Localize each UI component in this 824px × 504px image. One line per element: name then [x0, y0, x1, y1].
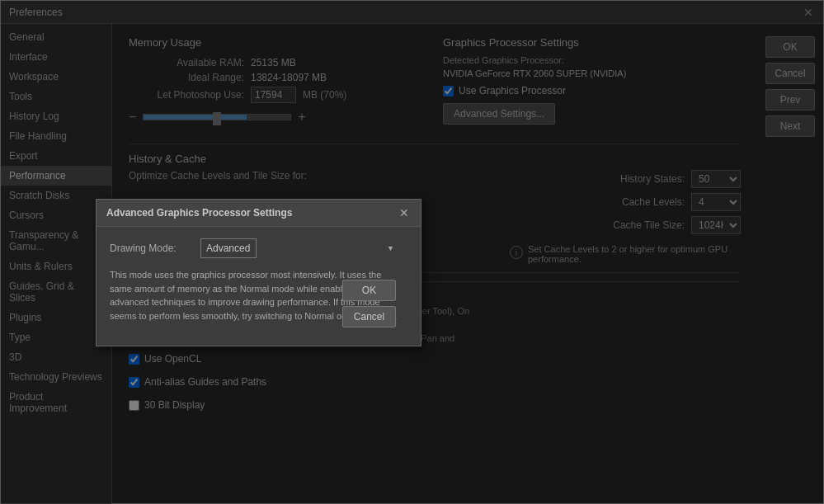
drawing-mode-label: Drawing Mode:: [110, 243, 192, 254]
advanced-gpu-modal: Advanced Graphics Processor Settings ✕ D…: [96, 199, 421, 346]
modal-close-icon[interactable]: ✕: [398, 206, 411, 219]
modal-body: Drawing Mode: Basic Normal Advanced This…: [97, 227, 421, 346]
modal-ok-button[interactable]: OK: [342, 280, 396, 301]
main-window: Preferences ✕ General Interface Workspac…: [0, 0, 824, 504]
drawing-mode-select[interactable]: Basic Normal Advanced: [200, 238, 257, 258]
modal-content-area: Drawing Mode: Basic Normal Advanced This…: [110, 238, 407, 334]
modal-title-bar: Advanced Graphics Processor Settings ✕: [97, 200, 421, 227]
modal-cancel-button[interactable]: Cancel: [342, 306, 396, 327]
modal-title: Advanced Graphics Processor Settings: [106, 207, 292, 219]
drawing-mode-row: Drawing Mode: Basic Normal Advanced: [110, 238, 399, 258]
drawing-mode-select-wrapper: Basic Normal Advanced: [200, 238, 399, 258]
modal-buttons: OK Cancel: [342, 280, 396, 327]
